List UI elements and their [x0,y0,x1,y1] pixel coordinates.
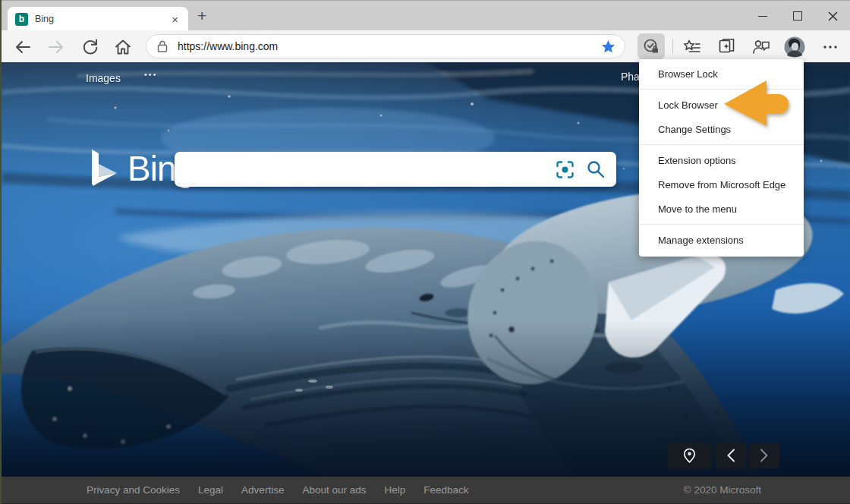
orange-left-arrow-callout [719,76,795,133]
feedback-button[interactable] [750,36,773,58]
close-icon [828,11,838,21]
home-button[interactable] [112,36,134,58]
tab-title: Bing [35,14,169,24]
minimize-icon [758,16,767,17]
bing-logo-icon [87,149,121,188]
search-input[interactable] [187,161,555,178]
more-menu-icon [821,38,839,56]
footer-link-privacy[interactable]: Privacy and Cookies [87,484,180,496]
collections-button[interactable] [715,36,738,58]
search-box[interactable] [175,152,616,187]
maximize-icon [793,11,802,20]
location-pin-icon [683,448,696,463]
menu-item-manage-extensions[interactable]: Manage extensions [639,228,804,252]
back-button[interactable] [12,36,33,58]
search-icon[interactable] [586,159,606,179]
browser-lock-extension-button[interactable] [638,33,665,59]
menu-item-move-to-menu[interactable]: Move to the menu [639,197,804,221]
minimize-button[interactable] [745,1,780,31]
menu-item-extension-options[interactable]: Extension options [639,148,804,172]
settings-more-button[interactable] [819,36,842,58]
toolbar-separator [672,39,673,54]
bing-favicon: b [15,13,28,26]
forward-button[interactable] [46,36,67,58]
close-button[interactable] [815,1,850,31]
url-input[interactable] [176,39,601,53]
favorite-star-filled-icon[interactable] [601,39,615,54]
bing-footer: Privacy and Cookies Legal Advertise Abou… [2,477,850,504]
image-location-button[interactable] [668,443,711,468]
next-image-button[interactable] [749,443,779,468]
signin-name-partial[interactable]: Pha [621,71,640,83]
address-bar[interactable] [146,34,625,58]
favorites-hub-button[interactable] [680,36,703,58]
visual-search-icon[interactable] [555,159,575,180]
previous-image-button[interactable] [716,443,746,468]
collections-icon [717,38,736,57]
forward-icon [46,37,66,57]
new-tab-button[interactable]: + [197,8,206,24]
profile-button[interactable] [783,36,806,58]
feedback-icon [751,37,771,57]
footer-link-advertise[interactable]: Advertise [241,484,284,496]
title-bar: b Bing × + [2,0,850,30]
lock-icon [156,39,168,53]
footer-link-feedback[interactable]: Feedback [423,484,468,496]
profile-avatar [784,36,805,58]
images-link[interactable]: Images [86,72,121,84]
footer-link-legal[interactable]: Legal [198,484,223,496]
browser-tab-bing[interactable]: b Bing × [8,7,188,31]
browser-lock-extension-icon [642,37,660,55]
copyright-text: © 2020 Microsoft [684,484,761,496]
browser-window: b Bing × + [0,0,850,504]
favorites-hub-icon [682,38,701,57]
footer-link-about-ads[interactable]: About our ads [302,484,366,496]
home-icon [113,37,133,57]
window-controls [745,1,850,31]
maximize-button[interactable] [780,1,815,31]
page-more-menu-icon[interactable]: ••• [144,70,158,79]
tab-close-icon[interactable]: × [169,13,181,26]
next-icon [760,449,769,462]
menu-item-remove-from-edge[interactable]: Remove from Microsoft Edge [639,172,804,197]
footer-link-help[interactable]: Help [384,484,405,496]
refresh-button[interactable] [80,36,101,58]
back-icon [13,37,33,57]
previous-icon [726,449,735,462]
refresh-icon [80,37,100,57]
